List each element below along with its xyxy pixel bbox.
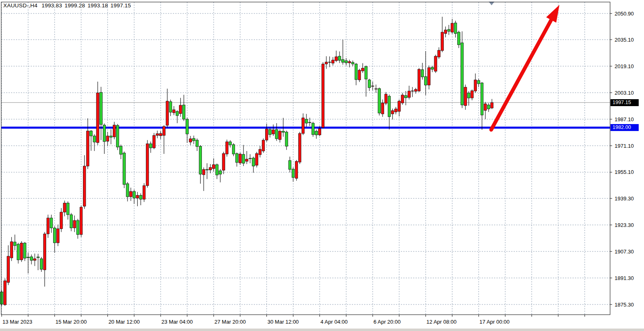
candle-body — [153, 136, 155, 148]
candle-body — [385, 94, 387, 103]
candle-body — [405, 96, 407, 98]
candle-body — [106, 136, 109, 141]
candle-body — [275, 129, 278, 139]
x-axis-date-label: 20 Mar 12:00 — [108, 319, 140, 325]
candle-body — [355, 64, 357, 80]
x-axis-date-label: 23 Mar 04:00 — [161, 319, 193, 325]
candle-body — [401, 95, 404, 103]
candle-body — [411, 91, 414, 91]
candle-body — [10, 242, 13, 258]
candle-body — [143, 186, 145, 199]
candle-body — [90, 131, 92, 136]
candle-body — [37, 257, 39, 258]
candle-body — [424, 77, 427, 85]
candle-body — [461, 43, 463, 105]
candle-body — [30, 257, 33, 260]
y-axis-tick-label: 1891.30 — [615, 275, 634, 281]
candle-body — [130, 191, 132, 197]
candle-body — [246, 159, 248, 161]
candle-body — [408, 91, 410, 98]
candle-body — [159, 133, 162, 136]
candle-body — [116, 125, 119, 147]
candle-body — [199, 146, 201, 174]
x-axis-date-label: 13 Mar 2023 — [2, 319, 32, 325]
candle-body — [196, 140, 198, 147]
candle-body — [368, 80, 371, 88]
candle-body — [295, 161, 297, 178]
candle-body — [63, 203, 66, 212]
y-axis-tick-label: 1987.10 — [615, 116, 634, 122]
candle-body — [438, 50, 440, 57]
candle-body — [133, 191, 135, 198]
candle-body — [24, 243, 26, 258]
x-axis-date-label: 27 Mar 20:00 — [215, 319, 246, 325]
candle-body — [93, 136, 96, 142]
candle-body — [434, 56, 437, 71]
candle-body — [235, 153, 238, 162]
candle-body — [265, 129, 268, 140]
candle-body — [481, 83, 483, 115]
y-axis-tick-label: 2035.10 — [615, 37, 634, 43]
candle-body — [80, 207, 82, 235]
candle-body — [484, 104, 486, 110]
candle-body — [209, 167, 212, 170]
candle-body — [252, 158, 255, 166]
candle-body — [375, 89, 377, 89]
candle-body — [249, 158, 251, 159]
candle-body — [202, 169, 205, 175]
y-axis-tick-label: 1971.10 — [615, 143, 634, 149]
candle-body — [126, 184, 129, 197]
candle-body — [163, 127, 165, 136]
candle-body — [464, 87, 467, 106]
candle-body — [183, 105, 185, 119]
x-axis-date-label: 30 Mar 12:00 — [268, 319, 299, 325]
ohlc-info-line: XAUUSD-,H4 1993.831999.281993.181997.15 — [3, 2, 134, 9]
high-value: 1999.28 — [65, 2, 85, 9]
candle-body — [428, 68, 430, 85]
candle-body — [40, 259, 42, 269]
x-axis-date-label: 15 Mar 20:00 — [56, 319, 87, 325]
price-chart-canvas[interactable]: 2050.902035.102019.102003.101987.101971.… — [0, 0, 644, 331]
candle-body — [226, 142, 228, 154]
candle-body — [83, 166, 85, 206]
candle-body — [365, 67, 367, 79]
y-axis-tick-label: 1907.30 — [615, 249, 634, 255]
candle-body — [351, 62, 354, 64]
candle-body — [179, 105, 182, 113]
candle-body — [279, 131, 281, 140]
candle-body — [242, 154, 245, 163]
candle-body — [67, 203, 69, 215]
candle-body — [451, 23, 453, 32]
x-axis-date-label: 12 Apr 08:00 — [427, 319, 457, 325]
candle-body — [441, 32, 443, 51]
candle-body — [328, 62, 331, 62]
candle-body — [345, 61, 347, 63]
candle-body — [259, 149, 261, 155]
candle-body — [361, 68, 364, 71]
candle-body — [54, 228, 56, 243]
candle-body — [216, 164, 218, 175]
candle-body — [150, 144, 152, 148]
candle-body — [398, 101, 400, 111]
candle-body — [43, 234, 46, 270]
candle-body — [268, 129, 271, 135]
candle-body — [255, 153, 258, 165]
candle-body — [305, 119, 308, 123]
low-value: 1993.18 — [87, 2, 108, 9]
candle-body — [447, 29, 450, 31]
candle-body — [70, 215, 72, 228]
candle-body — [186, 119, 188, 134]
candle-body — [146, 144, 149, 186]
candle-body — [322, 64, 324, 128]
candle-body — [315, 131, 318, 135]
y-axis-tick-label: 2050.90 — [615, 11, 634, 17]
candle-body — [391, 111, 394, 114]
candle-body — [342, 60, 344, 62]
hline-price-tag: 1982.00 — [610, 124, 639, 131]
candle-body — [113, 125, 115, 137]
candle-body — [312, 123, 314, 135]
current-price-tag: 1997.15 — [610, 99, 639, 106]
candle-body — [332, 60, 334, 63]
candle-body — [222, 153, 225, 170]
candle-body — [60, 212, 63, 229]
